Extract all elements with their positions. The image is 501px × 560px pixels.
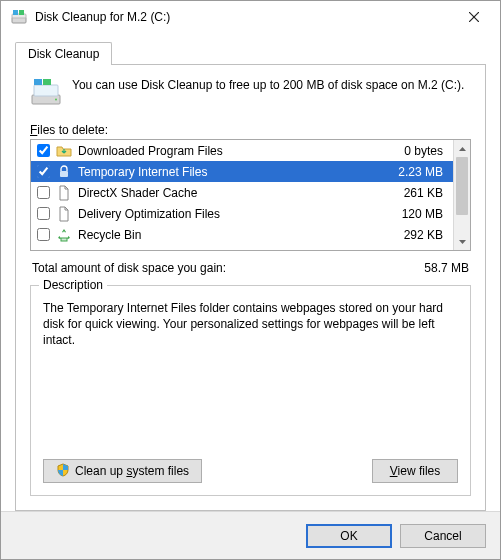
list-item[interactable]: Downloaded Program Files0 bytes xyxy=(31,140,453,161)
file-icon xyxy=(56,185,72,201)
dialog-content: Disk Cleanup You can use Disk Cleanup to… xyxy=(1,33,500,511)
close-button[interactable] xyxy=(454,4,494,30)
item-size: 261 KB xyxy=(385,186,447,200)
item-name: DirectX Shader Cache xyxy=(78,186,379,200)
group-buttons: Clean up system files View files xyxy=(43,449,458,483)
item-checkbox[interactable] xyxy=(37,186,50,199)
window-title: Disk Cleanup for M.2 (C:) xyxy=(35,10,454,24)
scrollbar-track[interactable] xyxy=(454,157,470,233)
cleanup-button-label: Clean up system files xyxy=(75,464,189,478)
item-name: Downloaded Program Files xyxy=(78,144,379,158)
list-item[interactable]: Delivery Optimization Files120 MB xyxy=(31,203,453,224)
intro-section: You can use Disk Cleanup to free up to 2… xyxy=(30,77,471,109)
view-files-label: View files xyxy=(390,464,440,478)
chevron-down-icon xyxy=(459,240,466,244)
svg-rect-2 xyxy=(13,10,18,15)
list-item[interactable]: DirectX Shader Cache261 KB xyxy=(31,182,453,203)
tab-panel: You can use Disk Cleanup to free up to 2… xyxy=(15,64,486,511)
files-listbox: Downloaded Program Files0 bytesTemporary… xyxy=(30,139,471,251)
svg-rect-11 xyxy=(60,171,68,177)
files-to-delete-label: Files to delete: xyxy=(30,123,471,137)
list-item[interactable]: Temporary Internet Files2.23 MB xyxy=(31,161,453,182)
svg-rect-3 xyxy=(19,10,24,15)
total-space-value: 58.7 MB xyxy=(424,261,469,275)
item-size: 2.23 MB xyxy=(385,165,447,179)
item-name: Delivery Optimization Files xyxy=(78,207,379,221)
cleanup-system-files-button[interactable]: Clean up system files xyxy=(43,459,202,483)
svg-marker-14 xyxy=(459,240,466,244)
view-files-button[interactable]: View files xyxy=(372,459,458,483)
item-size: 0 bytes xyxy=(385,144,447,158)
lock-icon xyxy=(56,164,72,180)
svg-rect-8 xyxy=(34,85,58,96)
item-name: Temporary Internet Files xyxy=(78,165,379,179)
ok-button[interactable]: OK xyxy=(306,524,392,548)
chevron-up-icon xyxy=(459,147,466,151)
tab-disk-cleanup[interactable]: Disk Cleanup xyxy=(15,42,112,65)
svg-point-7 xyxy=(55,99,57,101)
file-icon xyxy=(56,206,72,222)
disk-cleanup-dialog: Disk Cleanup for M.2 (C:) Disk Cleanup xyxy=(0,0,501,560)
dialog-footer: OK Cancel xyxy=(1,511,500,559)
svg-rect-10 xyxy=(43,79,51,85)
item-checkbox[interactable] xyxy=(37,228,50,241)
svg-marker-13 xyxy=(459,147,466,151)
recycle-icon xyxy=(56,227,72,243)
shield-icon xyxy=(56,463,70,480)
scroll-up-button[interactable] xyxy=(454,140,470,157)
list-item[interactable]: Recycle Bin292 KB xyxy=(31,224,453,245)
tabstrip: Disk Cleanup xyxy=(15,41,486,64)
item-checkbox[interactable] xyxy=(37,207,50,220)
description-text: The Temporary Internet Files folder cont… xyxy=(43,300,458,349)
files-list[interactable]: Downloaded Program Files0 bytesTemporary… xyxy=(31,140,453,250)
disk-cleanup-app-icon xyxy=(11,9,27,25)
item-checkbox[interactable] xyxy=(37,144,50,157)
close-icon xyxy=(469,12,479,22)
cancel-button[interactable]: Cancel xyxy=(400,524,486,548)
item-size: 120 MB xyxy=(385,207,447,221)
svg-rect-12 xyxy=(61,238,67,241)
vertical-scrollbar[interactable] xyxy=(453,140,470,250)
scroll-down-button[interactable] xyxy=(454,233,470,250)
scrollbar-thumb[interactable] xyxy=(456,157,468,215)
total-space-label: Total amount of disk space you gain: xyxy=(32,261,424,275)
folder-download-icon xyxy=(56,143,72,159)
drive-icon xyxy=(30,77,62,109)
item-size: 292 KB xyxy=(385,228,447,242)
description-legend: Description xyxy=(39,278,107,292)
titlebar: Disk Cleanup for M.2 (C:) xyxy=(1,1,500,33)
svg-rect-9 xyxy=(34,79,42,85)
intro-text: You can use Disk Cleanup to free up to 2… xyxy=(72,77,464,109)
item-checkbox[interactable] xyxy=(37,165,50,178)
item-name: Recycle Bin xyxy=(78,228,379,242)
description-group: Description The Temporary Internet Files… xyxy=(30,285,471,496)
